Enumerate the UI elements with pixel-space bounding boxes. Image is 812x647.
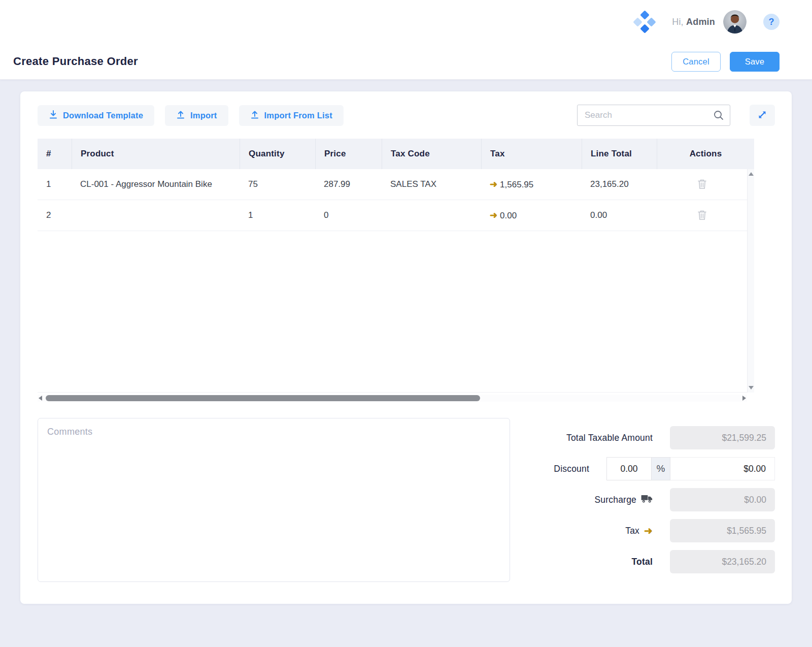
cell-tax: ➜0.00 (481, 210, 582, 221)
vertical-scrollbar[interactable] (747, 169, 754, 393)
discount-label: Discount (554, 464, 589, 474)
discount-row: Discount % (543, 457, 775, 480)
tax-arrow-icon: ➜ (490, 210, 497, 220)
col-header-actions: Actions (657, 139, 754, 169)
import-button[interactable]: Import (165, 105, 228, 126)
footer-section: Total Taxable Amount $21,599.25 Discount… (38, 418, 775, 582)
col-header-num: # (38, 139, 72, 169)
discount-percent-input[interactable] (606, 457, 651, 480)
tax-amount: 0.00 (500, 211, 517, 220)
cell-line-total: 23,165.20 (582, 179, 657, 189)
cell-quantity[interactable]: 75 (240, 179, 315, 189)
download-template-button[interactable]: Download Template (38, 105, 154, 126)
table-row: 2 1 0 ➜0.00 0.00 (38, 200, 747, 231)
table-body: 1 CL-001 - Aggressor Mountain Bike 75 28… (38, 169, 754, 393)
upload-icon (176, 110, 185, 121)
surcharge-value: $0.00 (670, 488, 775, 511)
user-name: Admin (686, 17, 715, 27)
table-row: 1 CL-001 - Aggressor Mountain Bike 75 28… (38, 169, 747, 200)
cell-price[interactable]: 287.99 (315, 179, 382, 189)
download-template-label: Download Template (63, 111, 143, 120)
tax-amount: 1,565.95 (500, 180, 533, 189)
total-value: $23,165.20 (670, 550, 775, 573)
discount-amount-input[interactable] (670, 457, 775, 480)
total-label: Total (631, 557, 653, 567)
content-area: Download Template Import Import From Lis… (0, 80, 812, 604)
cell-price[interactable]: 0 (315, 210, 382, 220)
title-bar: Create Purchase Order Cancel Save (0, 44, 812, 80)
cell-line-total: 0.00 (582, 210, 657, 220)
scroll-left-arrow[interactable] (39, 396, 42, 401)
app-switcher-icon[interactable] (634, 12, 655, 32)
expand-table-button[interactable] (750, 105, 775, 126)
table-toolbar: Download Template Import Import From Lis… (38, 105, 775, 126)
help-icon[interactable]: ? (763, 14, 780, 30)
trash-icon (697, 209, 707, 220)
tax-row: Tax ➜ $1,565.95 (543, 519, 775, 542)
import-label: Import (190, 111, 217, 120)
avatar[interactable] (723, 10, 747, 34)
search-icon[interactable] (713, 110, 724, 123)
taxable-amount-label: Total Taxable Amount (566, 433, 653, 443)
col-header-tax-code: Tax Code (382, 139, 481, 169)
import-from-list-button[interactable]: Import From List (239, 105, 344, 126)
table-header: # Product Quantity Price Tax Code Tax Li… (38, 139, 754, 169)
comments-input[interactable] (38, 418, 510, 582)
delete-row-button[interactable] (695, 207, 709, 224)
horizontal-scrollbar-thumb[interactable] (46, 395, 480, 401)
search-input[interactable] (577, 105, 730, 126)
import-from-list-label: Import From List (264, 111, 332, 120)
truck-icon[interactable] (641, 494, 653, 506)
scroll-right-arrow[interactable] (742, 396, 746, 401)
taxable-amount-value: $21,599.25 (670, 426, 775, 449)
line-items-table: # Product Quantity Price Tax Code Tax Li… (38, 139, 754, 402)
cell-tax-code[interactable]: SALES TAX (382, 179, 481, 189)
cell-row-number: 1 (38, 179, 72, 189)
col-header-price: Price (315, 139, 382, 169)
col-header-tax: Tax (481, 139, 582, 169)
download-icon (49, 110, 58, 121)
user-greeting: Hi, Admin (672, 17, 715, 27)
col-header-line-total: Line Total (582, 139, 657, 169)
expand-icon (757, 110, 767, 121)
col-header-quantity: Quantity (240, 139, 315, 169)
purchase-order-card: Download Template Import Import From Lis… (20, 91, 792, 604)
save-button[interactable]: Save (730, 52, 780, 72)
surcharge-row: Surcharge $0.00 (543, 488, 775, 511)
top-bar: Hi, Admin ? (0, 0, 812, 44)
col-header-product: Product (72, 139, 240, 169)
search-box (577, 105, 730, 126)
cell-row-number: 2 (38, 210, 72, 220)
total-row: Total $23,165.20 (543, 550, 775, 573)
surcharge-label-text: Surcharge (594, 495, 636, 505)
cancel-button[interactable]: Cancel (671, 52, 721, 72)
tax-label-text: Tax (625, 526, 639, 536)
discount-unit-toggle[interactable]: % (651, 457, 670, 480)
cell-quantity[interactable]: 1 (240, 210, 315, 220)
trash-icon (697, 178, 707, 189)
scroll-down-arrow[interactable] (749, 386, 754, 390)
delete-row-button[interactable] (695, 176, 709, 193)
taxable-amount-row: Total Taxable Amount $21,599.25 (543, 426, 775, 449)
page-title: Create Purchase Order (13, 55, 671, 68)
diamond-shape (647, 17, 656, 26)
horizontal-scrollbar[interactable] (38, 395, 747, 402)
totals-panel: Total Taxable Amount $21,599.25 Discount… (543, 418, 775, 581)
cell-product[interactable]: CL-001 - Aggressor Mountain Bike (72, 179, 240, 189)
cell-tax: ➜1,565.95 (481, 179, 582, 190)
greeting-prefix: Hi, (672, 17, 684, 27)
tax-label: Tax ➜ (625, 525, 653, 537)
tax-value: $1,565.95 (670, 519, 775, 542)
upload-icon (250, 110, 259, 121)
surcharge-label: Surcharge (594, 494, 653, 506)
tax-arrow-icon: ➜ (644, 525, 653, 537)
scroll-up-arrow[interactable] (749, 172, 754, 176)
diamond-shape (640, 24, 649, 33)
diamond-shape (633, 17, 642, 26)
diamond-shape (640, 10, 649, 19)
tax-arrow-icon: ➜ (490, 179, 497, 189)
help-glyph: ? (769, 17, 774, 27)
